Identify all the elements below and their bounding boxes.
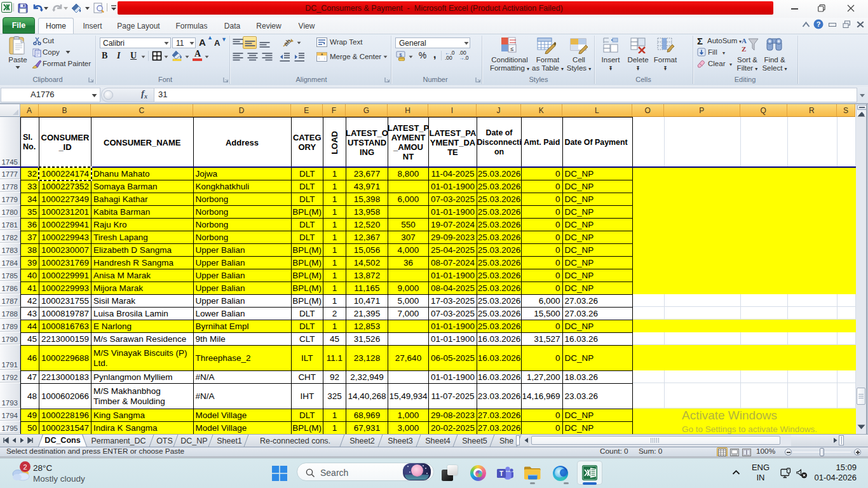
svg-text:$: $ xyxy=(399,52,402,58)
svg-text:?: ? xyxy=(817,20,821,28)
svg-text:Z: Z xyxy=(742,45,746,53)
svg-text:≤: ≤ xyxy=(511,46,514,52)
svg-text:A: A xyxy=(742,37,747,44)
svg-text:T: T xyxy=(499,470,503,477)
